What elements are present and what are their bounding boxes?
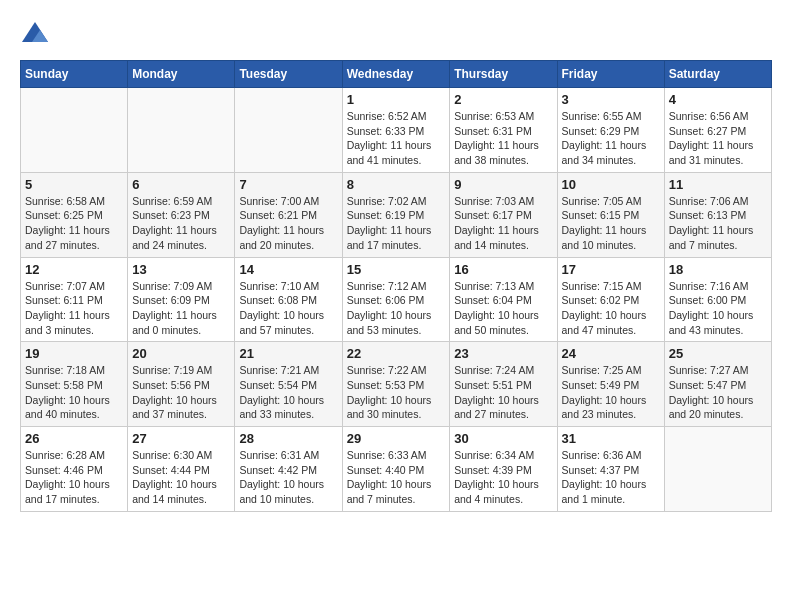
- calendar-cell: 4Sunrise: 6:56 AM Sunset: 6:27 PM Daylig…: [664, 88, 771, 173]
- day-number: 10: [562, 177, 660, 192]
- day-number: 7: [239, 177, 337, 192]
- day-info: Sunrise: 7:27 AM Sunset: 5:47 PM Dayligh…: [669, 363, 767, 422]
- calendar-cell: 11Sunrise: 7:06 AM Sunset: 6:13 PM Dayli…: [664, 172, 771, 257]
- day-number: 13: [132, 262, 230, 277]
- logo: [20, 20, 54, 50]
- calendar-header: SundayMondayTuesdayWednesdayThursdayFrid…: [21, 61, 772, 88]
- calendar-cell: 14Sunrise: 7:10 AM Sunset: 6:08 PM Dayli…: [235, 257, 342, 342]
- day-number: 18: [669, 262, 767, 277]
- day-number: 2: [454, 92, 552, 107]
- calendar-cell: [21, 88, 128, 173]
- day-number: 28: [239, 431, 337, 446]
- page-header: [20, 20, 772, 50]
- header-thursday: Thursday: [450, 61, 557, 88]
- day-number: 6: [132, 177, 230, 192]
- calendar-cell: 10Sunrise: 7:05 AM Sunset: 6:15 PM Dayli…: [557, 172, 664, 257]
- day-number: 9: [454, 177, 552, 192]
- calendar-cell: 7Sunrise: 7:00 AM Sunset: 6:21 PM Daylig…: [235, 172, 342, 257]
- day-info: Sunrise: 7:02 AM Sunset: 6:19 PM Dayligh…: [347, 194, 446, 253]
- day-info: Sunrise: 7:15 AM Sunset: 6:02 PM Dayligh…: [562, 279, 660, 338]
- header-row: SundayMondayTuesdayWednesdayThursdayFrid…: [21, 61, 772, 88]
- calendar-cell: 6Sunrise: 6:59 AM Sunset: 6:23 PM Daylig…: [128, 172, 235, 257]
- header-tuesday: Tuesday: [235, 61, 342, 88]
- header-saturday: Saturday: [664, 61, 771, 88]
- day-info: Sunrise: 7:22 AM Sunset: 5:53 PM Dayligh…: [347, 363, 446, 422]
- day-number: 22: [347, 346, 446, 361]
- calendar-cell: 26Sunrise: 6:28 AM Sunset: 4:46 PM Dayli…: [21, 427, 128, 512]
- day-info: Sunrise: 7:24 AM Sunset: 5:51 PM Dayligh…: [454, 363, 552, 422]
- header-wednesday: Wednesday: [342, 61, 450, 88]
- day-number: 20: [132, 346, 230, 361]
- calendar-cell: [128, 88, 235, 173]
- calendar-cell: 2Sunrise: 6:53 AM Sunset: 6:31 PM Daylig…: [450, 88, 557, 173]
- calendar-week-4: 26Sunrise: 6:28 AM Sunset: 4:46 PM Dayli…: [21, 427, 772, 512]
- calendar-cell: 9Sunrise: 7:03 AM Sunset: 6:17 PM Daylig…: [450, 172, 557, 257]
- calendar-body: 1Sunrise: 6:52 AM Sunset: 6:33 PM Daylig…: [21, 88, 772, 512]
- day-number: 4: [669, 92, 767, 107]
- calendar-cell: 29Sunrise: 6:33 AM Sunset: 4:40 PM Dayli…: [342, 427, 450, 512]
- calendar-cell: 18Sunrise: 7:16 AM Sunset: 6:00 PM Dayli…: [664, 257, 771, 342]
- calendar-cell: 27Sunrise: 6:30 AM Sunset: 4:44 PM Dayli…: [128, 427, 235, 512]
- calendar-cell: 15Sunrise: 7:12 AM Sunset: 6:06 PM Dayli…: [342, 257, 450, 342]
- day-info: Sunrise: 7:16 AM Sunset: 6:00 PM Dayligh…: [669, 279, 767, 338]
- day-info: Sunrise: 7:00 AM Sunset: 6:21 PM Dayligh…: [239, 194, 337, 253]
- day-number: 23: [454, 346, 552, 361]
- calendar-cell: 16Sunrise: 7:13 AM Sunset: 6:04 PM Dayli…: [450, 257, 557, 342]
- day-number: 16: [454, 262, 552, 277]
- header-friday: Friday: [557, 61, 664, 88]
- day-info: Sunrise: 7:07 AM Sunset: 6:11 PM Dayligh…: [25, 279, 123, 338]
- day-number: 17: [562, 262, 660, 277]
- day-info: Sunrise: 6:53 AM Sunset: 6:31 PM Dayligh…: [454, 109, 552, 168]
- calendar-cell: 5Sunrise: 6:58 AM Sunset: 6:25 PM Daylig…: [21, 172, 128, 257]
- calendar-week-3: 19Sunrise: 7:18 AM Sunset: 5:58 PM Dayli…: [21, 342, 772, 427]
- day-number: 27: [132, 431, 230, 446]
- day-info: Sunrise: 6:34 AM Sunset: 4:39 PM Dayligh…: [454, 448, 552, 507]
- day-info: Sunrise: 6:31 AM Sunset: 4:42 PM Dayligh…: [239, 448, 337, 507]
- day-number: 19: [25, 346, 123, 361]
- calendar-cell: 12Sunrise: 7:07 AM Sunset: 6:11 PM Dayli…: [21, 257, 128, 342]
- day-info: Sunrise: 7:25 AM Sunset: 5:49 PM Dayligh…: [562, 363, 660, 422]
- calendar-cell: 25Sunrise: 7:27 AM Sunset: 5:47 PM Dayli…: [664, 342, 771, 427]
- day-info: Sunrise: 7:06 AM Sunset: 6:13 PM Dayligh…: [669, 194, 767, 253]
- day-info: Sunrise: 7:03 AM Sunset: 6:17 PM Dayligh…: [454, 194, 552, 253]
- day-number: 24: [562, 346, 660, 361]
- day-number: 14: [239, 262, 337, 277]
- day-number: 15: [347, 262, 446, 277]
- day-number: 8: [347, 177, 446, 192]
- day-number: 12: [25, 262, 123, 277]
- calendar-cell: 19Sunrise: 7:18 AM Sunset: 5:58 PM Dayli…: [21, 342, 128, 427]
- day-number: 3: [562, 92, 660, 107]
- day-info: Sunrise: 7:21 AM Sunset: 5:54 PM Dayligh…: [239, 363, 337, 422]
- calendar-cell: 23Sunrise: 7:24 AM Sunset: 5:51 PM Dayli…: [450, 342, 557, 427]
- day-info: Sunrise: 6:58 AM Sunset: 6:25 PM Dayligh…: [25, 194, 123, 253]
- calendar-cell: 13Sunrise: 7:09 AM Sunset: 6:09 PM Dayli…: [128, 257, 235, 342]
- day-number: 26: [25, 431, 123, 446]
- day-info: Sunrise: 7:10 AM Sunset: 6:08 PM Dayligh…: [239, 279, 337, 338]
- calendar-cell: 17Sunrise: 7:15 AM Sunset: 6:02 PM Dayli…: [557, 257, 664, 342]
- day-info: Sunrise: 6:55 AM Sunset: 6:29 PM Dayligh…: [562, 109, 660, 168]
- day-info: Sunrise: 6:33 AM Sunset: 4:40 PM Dayligh…: [347, 448, 446, 507]
- day-info: Sunrise: 6:52 AM Sunset: 6:33 PM Dayligh…: [347, 109, 446, 168]
- calendar-cell: 30Sunrise: 6:34 AM Sunset: 4:39 PM Dayli…: [450, 427, 557, 512]
- calendar-cell: 21Sunrise: 7:21 AM Sunset: 5:54 PM Dayli…: [235, 342, 342, 427]
- day-info: Sunrise: 7:19 AM Sunset: 5:56 PM Dayligh…: [132, 363, 230, 422]
- calendar-cell: 28Sunrise: 6:31 AM Sunset: 4:42 PM Dayli…: [235, 427, 342, 512]
- day-info: Sunrise: 6:30 AM Sunset: 4:44 PM Dayligh…: [132, 448, 230, 507]
- day-number: 31: [562, 431, 660, 446]
- header-sunday: Sunday: [21, 61, 128, 88]
- day-number: 11: [669, 177, 767, 192]
- day-info: Sunrise: 6:36 AM Sunset: 4:37 PM Dayligh…: [562, 448, 660, 507]
- calendar-cell: 1Sunrise: 6:52 AM Sunset: 6:33 PM Daylig…: [342, 88, 450, 173]
- day-info: Sunrise: 7:12 AM Sunset: 6:06 PM Dayligh…: [347, 279, 446, 338]
- day-number: 5: [25, 177, 123, 192]
- calendar-table: SundayMondayTuesdayWednesdayThursdayFrid…: [20, 60, 772, 512]
- calendar-cell: 24Sunrise: 7:25 AM Sunset: 5:49 PM Dayli…: [557, 342, 664, 427]
- day-number: 21: [239, 346, 337, 361]
- day-info: Sunrise: 7:05 AM Sunset: 6:15 PM Dayligh…: [562, 194, 660, 253]
- header-monday: Monday: [128, 61, 235, 88]
- calendar-cell: 31Sunrise: 6:36 AM Sunset: 4:37 PM Dayli…: [557, 427, 664, 512]
- logo-icon: [20, 20, 50, 50]
- calendar-cell: 8Sunrise: 7:02 AM Sunset: 6:19 PM Daylig…: [342, 172, 450, 257]
- day-info: Sunrise: 6:59 AM Sunset: 6:23 PM Dayligh…: [132, 194, 230, 253]
- day-info: Sunrise: 6:28 AM Sunset: 4:46 PM Dayligh…: [25, 448, 123, 507]
